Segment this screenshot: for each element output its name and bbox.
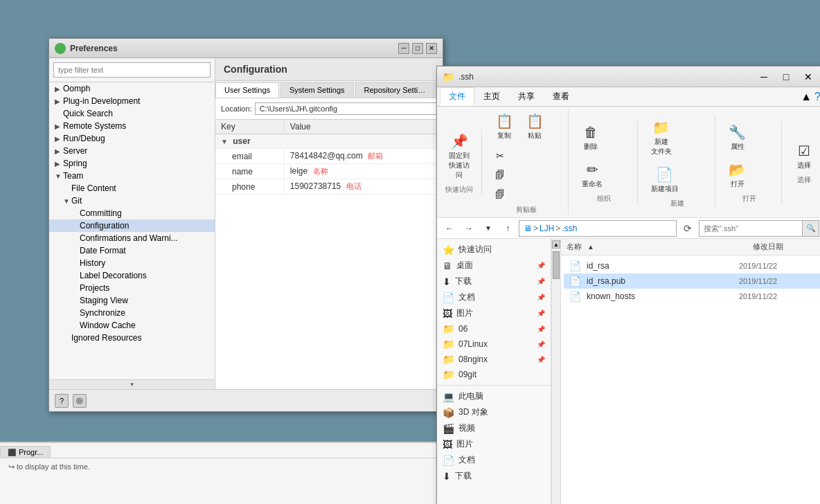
ribbon-tab-view[interactable]: 查看: [544, 87, 578, 106]
sort-date-button[interactable]: 修改日期: [747, 240, 820, 253]
addr-crumb-ljh[interactable]: LJH: [540, 224, 554, 233]
nav-scroll-thumb[interactable]: [553, 251, 560, 279]
ribbon-tab-share[interactable]: 共享: [509, 87, 544, 106]
ribbon-tab-home[interactable]: 主页: [474, 87, 509, 106]
ribbon-group-open: 🔧 属性 📂 打开 打开: [724, 120, 782, 204]
tree-item-projects[interactable]: ▶ Projects: [49, 282, 215, 294]
ribbon-btn-open[interactable]: 📂 打开: [724, 158, 751, 192]
ribbon-help-button[interactable]: ?: [814, 91, 820, 103]
nav-item-desktop[interactable]: 🖥 桌面 📌: [437, 258, 551, 273]
table-row-name[interactable]: name leige 名称: [215, 164, 443, 179]
folder-06-icon: 📁: [443, 323, 454, 334]
nav-dropdown-button[interactable]: ▼: [480, 220, 497, 237]
tab-user-settings[interactable]: User Settings: [215, 82, 279, 98]
up-button[interactable]: ↑: [499, 220, 516, 237]
preferences-search-input[interactable]: [53, 62, 211, 78]
addr-crumb-home[interactable]: 🖥: [524, 224, 532, 233]
tree-item-spring[interactable]: ▶ Spring: [49, 157, 215, 170]
ribbon-tab-file[interactable]: 文件: [440, 87, 474, 106]
nav-label-07linux: 07Linux: [458, 339, 488, 349]
folder-07linux-icon: 📁: [443, 339, 454, 350]
explorer-search-input[interactable]: [699, 220, 803, 237]
table-row-email[interactable]: email 78414842@qq.com 邮箱: [215, 149, 443, 164]
sort-name-button[interactable]: 名称: [561, 240, 587, 253]
tab-progress-label[interactable]: ⬛Progr...: [0, 446, 51, 458]
nav-item-videos[interactable]: 🎬 视频: [437, 420, 551, 436]
preferences-close-button[interactable]: ✕: [426, 43, 437, 54]
address-path[interactable]: 🖥 > LJH > .ssh: [519, 220, 677, 237]
ribbon-btn-delete[interactable]: 🗑 删除: [577, 121, 605, 155]
file-row-idrsapub[interactable]: 📄 id_rsa.pub 2019/11/22: [564, 273, 820, 289]
nav-item-pictures[interactable]: 🖼 图片 📌: [437, 305, 551, 321]
ribbon-btn-properties[interactable]: 🔧 属性: [724, 120, 751, 155]
tree-arrow-team: ▼: [55, 172, 63, 180]
tree-item-plugin[interactable]: ▶ Plug-in Development: [49, 95, 215, 107]
tree-item-committing[interactable]: ▶ Committing: [49, 207, 215, 219]
tree-item-remote[interactable]: ▶ Remote Systems: [49, 120, 215, 132]
tree-item-confirmations[interactable]: ▶ Confirmations and Warni...: [49, 232, 215, 244]
tree-item-filecontent[interactable]: ▶ File Content: [49, 182, 215, 195]
tree-item-dateformat[interactable]: ▶ Date Format: [49, 244, 215, 257]
tree-item-configuration[interactable]: ▶ Configuration: [49, 219, 215, 232]
nav-item-3dobjects[interactable]: 📦 3D 对象: [437, 404, 551, 420]
defaults-button[interactable]: ◎: [73, 394, 87, 408]
nav-item-downloads[interactable]: ⬇ 下载 📌: [437, 273, 551, 289]
col-value[interactable]: Value: [284, 120, 442, 134]
addr-crumb-ssh[interactable]: .ssh: [562, 224, 577, 233]
tree-arrow-server: ▶: [55, 147, 63, 155]
ribbon-btn-copy[interactable]: 📋 复制: [490, 109, 518, 144]
tab-system-settings[interactable]: System Settings: [280, 82, 353, 98]
tree-label-quicksearch: Quick Search: [63, 109, 209, 118]
nav-item-pictures2[interactable]: 🖼 图片: [437, 436, 551, 452]
ribbon-btn-paste[interactable]: 📋 粘贴: [521, 109, 549, 144]
nav-item-downloads2[interactable]: ⬇ 下载: [437, 468, 551, 484]
tree-item-rundebug[interactable]: ▶ Run/Debug: [49, 132, 215, 145]
tree-item-team[interactable]: ▼ Team: [49, 170, 215, 182]
explorer-search-button[interactable]: 🔍: [803, 220, 819, 237]
nav-item-08nginx[interactable]: 📁 08nginx 📌: [437, 352, 551, 367]
nav-item-06[interactable]: 📁 06 📌: [437, 321, 551, 336]
forward-button[interactable]: →: [461, 220, 477, 237]
tree-item-history[interactable]: ▶ History: [49, 257, 215, 269]
help-button[interactable]: ?: [55, 394, 69, 408]
file-row-idrsa[interactable]: 📄 id_rsa 2019/11/22: [564, 258, 820, 273]
tree-item-server[interactable]: ▶ Server: [49, 145, 215, 157]
ribbon-collapse-button[interactable]: ▲: [801, 91, 812, 103]
tree-item-ignoredresources[interactable]: ▶ Ignored Resources: [49, 332, 215, 344]
refresh-button[interactable]: ⟳: [679, 220, 696, 237]
ribbon-btn-newfolder[interactable]: 📁 新建文件夹: [646, 116, 677, 160]
tree-item-synchronize[interactable]: ▶ Synchronize: [49, 307, 215, 319]
tree-item-windowcache[interactable]: ▶ Window Cache: [49, 319, 215, 332]
preferences-maximize-button[interactable]: □: [412, 43, 423, 54]
ribbon-btn-rename[interactable]: ✏ 重命名: [577, 158, 607, 192]
videos-icon: 🎬: [443, 423, 454, 434]
explorer-maximize-button[interactable]: □: [776, 69, 796, 84]
tree-item-labeldecorations[interactable]: ▶ Label Decorations: [49, 269, 215, 282]
nav-item-thispc[interactable]: 💻 此电脑: [437, 388, 551, 404]
col-key[interactable]: Key: [215, 120, 284, 134]
table-row-phone[interactable]: phone 15902738715 电话: [215, 179, 443, 195]
tree-item-quicksearch[interactable]: ▶ Quick Search: [49, 107, 215, 120]
ribbon-btn-newitem[interactable]: 📄 新建项目: [646, 163, 684, 197]
tree-item-oomph[interactable]: ▶ Oomph: [49, 82, 215, 95]
ribbon-btn-shortcut[interactable]: 🗐: [490, 186, 510, 204]
preferences-minimize-button[interactable]: ─: [398, 43, 409, 54]
ribbon-btn-pin[interactable]: 📌 固定到快速访问: [443, 129, 476, 183]
back-button[interactable]: ←: [441, 220, 458, 237]
tree-item-git[interactable]: ▼ Git: [49, 195, 215, 207]
nav-item-07linux[interactable]: 📁 07Linux 📌: [437, 336, 551, 352]
tab-repository-settings[interactable]: Repository Settings: [355, 82, 438, 98]
explorer-close-button[interactable]: ✕: [799, 69, 818, 84]
ribbon-btn-select[interactable]: ☑ 选择: [790, 139, 818, 174]
ribbon-btn-copypath[interactable]: 🗐: [490, 166, 510, 184]
tree-scroll-down-button[interactable]: ▼: [130, 381, 135, 388]
nav-item-quickaccess[interactable]: ⭐ 快速访问: [437, 242, 551, 258]
nav-item-documents2[interactable]: 📄 文档: [437, 452, 551, 468]
nav-item-documents[interactable]: 📄 文档 📌: [437, 289, 551, 305]
nav-scroll-up-button[interactable]: ▲: [552, 240, 560, 249]
ribbon-btn-cut[interactable]: ✂: [490, 147, 510, 165]
tree-item-stagingview[interactable]: ▶ Staging View: [49, 294, 215, 307]
file-row-knownhosts[interactable]: 📄 known_hosts 2019/11/22: [564, 289, 820, 304]
nav-item-09git[interactable]: 📁 09git: [437, 367, 551, 382]
explorer-minimize-button[interactable]: ─: [754, 69, 774, 84]
